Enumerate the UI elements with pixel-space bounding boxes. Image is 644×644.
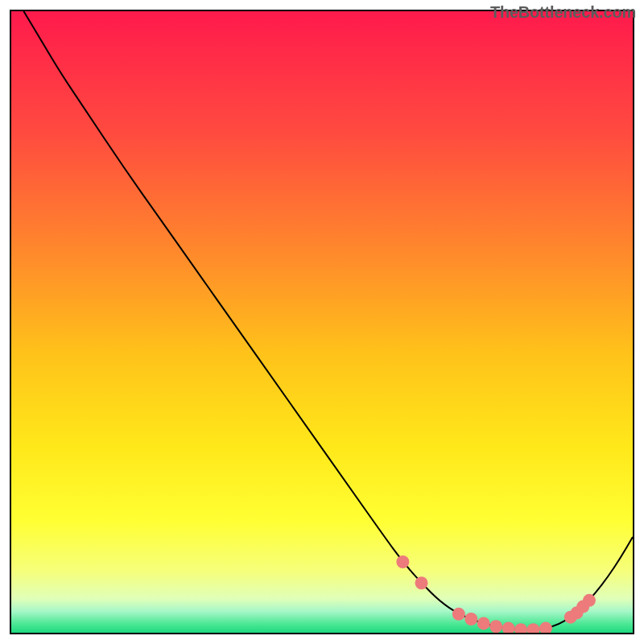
bottleneck-chart — [11, 11, 633, 633]
data-marker — [464, 613, 477, 625]
gradient-background — [11, 11, 633, 633]
data-marker — [396, 555, 409, 568]
attribution-text: TheBottleneck.com — [490, 3, 636, 22]
data-marker — [452, 608, 465, 621]
data-marker — [477, 617, 490, 630]
data-marker — [489, 620, 502, 633]
data-marker — [415, 576, 428, 589]
data-marker — [583, 594, 596, 607]
chart-frame — [10, 10, 634, 634]
